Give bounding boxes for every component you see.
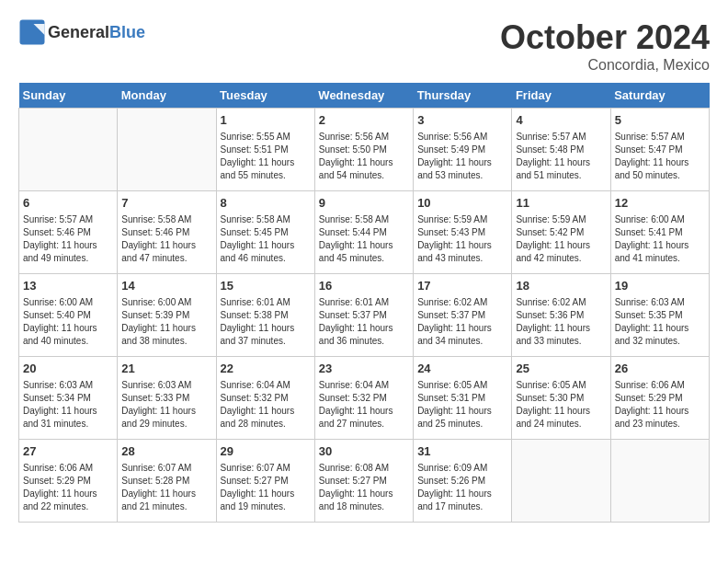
calendar-cell: 17Sunrise: 6:02 AM Sunset: 5:37 PM Dayli…: [414, 274, 512, 357]
weekday-header: Sunday: [19, 83, 118, 109]
day-info: Sunrise: 6:02 AM Sunset: 5:37 PM Dayligh…: [417, 296, 507, 348]
day-number: 22: [221, 361, 311, 377]
day-info: Sunrise: 6:04 AM Sunset: 5:32 PM Dayligh…: [319, 379, 409, 431]
calendar-cell: 2Sunrise: 5:56 AM Sunset: 5:50 PM Daylig…: [314, 109, 413, 191]
day-number: 16: [319, 278, 409, 294]
day-info: Sunrise: 6:00 AM Sunset: 5:41 PM Dayligh…: [615, 213, 705, 265]
day-info: Sunrise: 6:07 AM Sunset: 5:27 PM Dayligh…: [221, 462, 311, 513]
day-number: 9: [319, 195, 409, 212]
calendar-week-row: 1Sunrise: 5:55 AM Sunset: 5:51 PM Daylig…: [19, 109, 710, 191]
calendar-cell: 26Sunrise: 6:06 AM Sunset: 5:29 PM Dayli…: [610, 357, 709, 440]
weekday-header: Tuesday: [216, 83, 314, 109]
day-number: 19: [615, 278, 705, 294]
calendar-cell: 4Sunrise: 5:57 AM Sunset: 5:48 PM Daylig…: [512, 109, 610, 191]
day-info: Sunrise: 6:03 AM Sunset: 5:34 PM Dayligh…: [23, 379, 113, 431]
calendar-cell: 16Sunrise: 6:01 AM Sunset: 5:37 PM Dayli…: [314, 274, 413, 357]
calendar-cell: 20Sunrise: 6:03 AM Sunset: 5:34 PM Dayli…: [19, 357, 118, 440]
day-number: 2: [319, 112, 409, 129]
day-info: Sunrise: 5:59 AM Sunset: 5:43 PM Dayligh…: [417, 213, 507, 265]
weekday-header: Friday: [512, 83, 610, 109]
calendar-cell: 6Sunrise: 5:57 AM Sunset: 5:46 PM Daylig…: [19, 191, 118, 274]
day-info: Sunrise: 6:00 AM Sunset: 5:40 PM Dayligh…: [23, 296, 113, 348]
calendar-cell: [512, 440, 610, 523]
day-number: 24: [417, 361, 507, 377]
day-number: 17: [417, 278, 507, 294]
day-number: 5: [615, 112, 705, 129]
calendar-cell: 10Sunrise: 5:59 AM Sunset: 5:43 PM Dayli…: [414, 191, 512, 274]
day-info: Sunrise: 6:03 AM Sunset: 5:35 PM Dayligh…: [615, 296, 705, 348]
calendar-cell: [19, 109, 118, 191]
day-number: 28: [121, 443, 211, 460]
day-number: 15: [221, 278, 311, 294]
day-number: 6: [23, 195, 113, 212]
day-number: 18: [516, 278, 606, 294]
day-info: Sunrise: 5:56 AM Sunset: 5:49 PM Dayligh…: [417, 131, 507, 182]
calendar-cell: 13Sunrise: 6:00 AM Sunset: 5:40 PM Dayli…: [19, 274, 118, 357]
day-number: 23: [319, 361, 409, 377]
calendar-cell: 30Sunrise: 6:08 AM Sunset: 5:27 PM Dayli…: [314, 440, 413, 523]
day-info: Sunrise: 6:07 AM Sunset: 5:28 PM Dayligh…: [121, 462, 211, 513]
day-number: 3: [417, 112, 507, 129]
day-number: 25: [516, 361, 606, 377]
calendar-table: SundayMondayTuesdayWednesdayThursdayFrid…: [18, 83, 710, 523]
day-info: Sunrise: 6:05 AM Sunset: 5:30 PM Dayligh…: [516, 379, 606, 431]
calendar-cell: 18Sunrise: 6:02 AM Sunset: 5:36 PM Dayli…: [512, 274, 610, 357]
calendar-cell: 28Sunrise: 6:07 AM Sunset: 5:28 PM Dayli…: [118, 440, 216, 523]
day-number: 29: [221, 443, 311, 460]
day-info: Sunrise: 5:58 AM Sunset: 5:44 PM Dayligh…: [319, 213, 409, 265]
day-number: 12: [615, 195, 705, 212]
day-number: 31: [417, 443, 507, 460]
day-info: Sunrise: 6:05 AM Sunset: 5:31 PM Dayligh…: [417, 379, 507, 431]
calendar-cell: 5Sunrise: 5:57 AM Sunset: 5:47 PM Daylig…: [610, 109, 709, 191]
day-number: 20: [23, 361, 113, 377]
svg-rect-0: [20, 20, 45, 45]
day-number: 10: [417, 195, 507, 212]
day-number: 8: [221, 195, 311, 212]
day-number: 30: [319, 443, 409, 460]
day-info: Sunrise: 5:57 AM Sunset: 5:48 PM Dayligh…: [516, 131, 606, 182]
day-info: Sunrise: 5:57 AM Sunset: 5:47 PM Dayligh…: [615, 131, 705, 182]
location: Concordia, Mexico: [500, 57, 710, 74]
weekday-header: Saturday: [610, 83, 709, 109]
calendar-cell: 7Sunrise: 5:58 AM Sunset: 5:46 PM Daylig…: [118, 191, 216, 274]
day-info: Sunrise: 6:00 AM Sunset: 5:39 PM Dayligh…: [121, 296, 211, 348]
day-number: 27: [23, 443, 113, 460]
page-header: GeneralBlue October 2024 Concordia, Mexi…: [18, 18, 710, 74]
day-info: Sunrise: 6:08 AM Sunset: 5:27 PM Dayligh…: [319, 462, 409, 513]
day-info: Sunrise: 6:03 AM Sunset: 5:33 PM Dayligh…: [121, 379, 211, 431]
day-number: 4: [516, 112, 606, 129]
calendar-week-row: 20Sunrise: 6:03 AM Sunset: 5:34 PM Dayli…: [19, 357, 710, 440]
calendar-cell: 14Sunrise: 6:00 AM Sunset: 5:39 PM Dayli…: [118, 274, 216, 357]
calendar-cell: 12Sunrise: 6:00 AM Sunset: 5:41 PM Dayli…: [610, 191, 709, 274]
calendar-cell: 25Sunrise: 6:05 AM Sunset: 5:30 PM Dayli…: [512, 357, 610, 440]
calendar-cell: 1Sunrise: 5:55 AM Sunset: 5:51 PM Daylig…: [216, 109, 314, 191]
day-info: Sunrise: 6:01 AM Sunset: 5:37 PM Dayligh…: [319, 296, 409, 348]
day-info: Sunrise: 6:06 AM Sunset: 5:29 PM Dayligh…: [615, 379, 705, 431]
calendar-week-row: 13Sunrise: 6:00 AM Sunset: 5:40 PM Dayli…: [19, 274, 710, 357]
day-info: Sunrise: 5:58 AM Sunset: 5:45 PM Dayligh…: [221, 213, 311, 265]
calendar-cell: 23Sunrise: 6:04 AM Sunset: 5:32 PM Dayli…: [314, 357, 413, 440]
title-area: October 2024 Concordia, Mexico: [500, 18, 710, 74]
day-info: Sunrise: 5:56 AM Sunset: 5:50 PM Dayligh…: [319, 131, 409, 182]
calendar-cell: [118, 109, 216, 191]
day-number: 7: [121, 195, 211, 212]
calendar-cell: 19Sunrise: 6:03 AM Sunset: 5:35 PM Dayli…: [610, 274, 709, 357]
day-info: Sunrise: 5:55 AM Sunset: 5:51 PM Dayligh…: [221, 131, 311, 182]
calendar-week-row: 6Sunrise: 5:57 AM Sunset: 5:46 PM Daylig…: [19, 191, 710, 274]
day-info: Sunrise: 5:57 AM Sunset: 5:46 PM Dayligh…: [23, 213, 113, 265]
calendar-cell: 15Sunrise: 6:01 AM Sunset: 5:38 PM Dayli…: [216, 274, 314, 357]
day-info: Sunrise: 5:59 AM Sunset: 5:42 PM Dayligh…: [516, 213, 606, 265]
day-info: Sunrise: 6:01 AM Sunset: 5:38 PM Dayligh…: [221, 296, 311, 348]
weekday-header: Thursday: [414, 83, 512, 109]
calendar-cell: 22Sunrise: 6:04 AM Sunset: 5:32 PM Dayli…: [216, 357, 314, 440]
calendar-week-row: 27Sunrise: 6:06 AM Sunset: 5:29 PM Dayli…: [19, 440, 710, 523]
calendar-cell: 8Sunrise: 5:58 AM Sunset: 5:45 PM Daylig…: [216, 191, 314, 274]
day-number: 26: [615, 361, 705, 377]
logo-icon: [18, 18, 46, 46]
logo: GeneralBlue: [18, 18, 145, 46]
month-title: October 2024: [500, 18, 710, 57]
calendar-cell: 9Sunrise: 5:58 AM Sunset: 5:44 PM Daylig…: [314, 191, 413, 274]
calendar-cell: 3Sunrise: 5:56 AM Sunset: 5:49 PM Daylig…: [414, 109, 512, 191]
calendar-cell: 27Sunrise: 6:06 AM Sunset: 5:29 PM Dayli…: [19, 440, 118, 523]
day-info: Sunrise: 6:09 AM Sunset: 5:26 PM Dayligh…: [417, 462, 507, 513]
